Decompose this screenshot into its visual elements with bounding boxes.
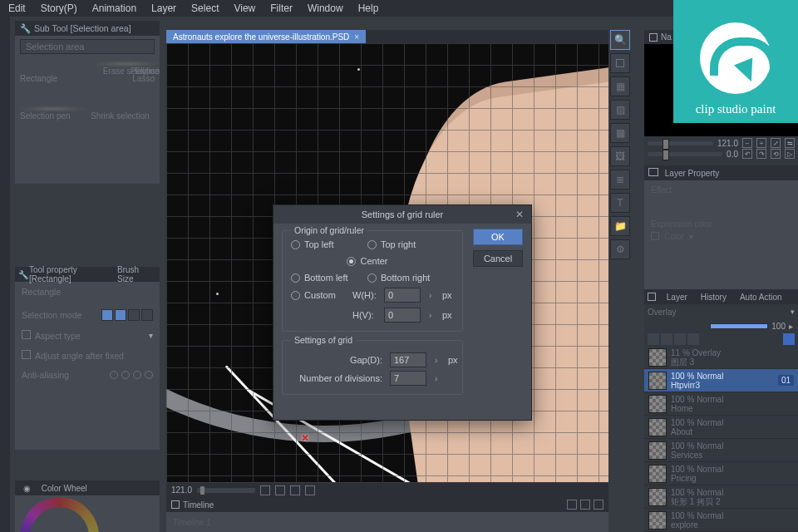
document-tab-close-icon[interactable]: × — [354, 32, 359, 42]
dock-gallery-icon[interactable]: 🖼 — [610, 146, 630, 166]
origin-bottom-left[interactable]: Bottom left — [291, 273, 367, 283]
color-wheel[interactable] — [20, 497, 99, 532]
dock-text-icon[interactable]: T — [610, 193, 630, 213]
zoom-fit-icon[interactable] — [260, 485, 270, 495]
mirror-icon[interactable]: ▷ — [785, 149, 795, 159]
dock-select-icon[interactable] — [610, 53, 630, 73]
chevron-down-icon[interactable]: ▾ — [689, 232, 693, 241]
selection-mode-chips[interactable] — [101, 309, 153, 321]
dock-settings-icon[interactable]: ⚙ — [610, 239, 630, 259]
zoom-icon[interactable] — [290, 485, 300, 495]
navigator-rotate-slider[interactable] — [648, 152, 722, 156]
timeline-title[interactable]: Timeline — [183, 500, 214, 510]
dock-folder-icon[interactable]: 📁 — [610, 216, 630, 236]
menu-layer[interactable]: Layer — [146, 2, 181, 14]
tool-selection-pen[interactable]: Selection pen — [20, 96, 86, 121]
tool-shrink-selection[interactable]: Shrink selection — [91, 96, 155, 121]
adjust-angle-checkbox[interactable] — [22, 350, 31, 359]
wh-spinner-icon[interactable]: › — [429, 291, 439, 300]
zoom-fit-icon[interactable]: ⤢ — [771, 138, 781, 148]
layer-action-icon[interactable] — [674, 333, 686, 345]
expression-color-value[interactable]: Color — [664, 232, 684, 241]
menu-filter[interactable]: Filter — [265, 2, 298, 14]
timeline-prev-icon[interactable] — [567, 500, 577, 510]
wh-label: W(H): — [352, 290, 381, 300]
navigator-controls: 121.0 − + ⤢ ⇋ 0.0 ↶ ↷ ⟲ ▷ — [644, 136, 798, 165]
timeline-track-label[interactable]: Timeline 1 — [173, 518, 211, 527]
origin-bottom-right[interactable]: Bottom right — [367, 273, 444, 283]
layer-row[interactable]: 100 % NormalHome — [644, 392, 798, 416]
rotate-cw-icon[interactable]: ↷ — [756, 149, 766, 159]
layer-list[interactable]: 11 % Overlay图层 3100 % NormalHtpvirr30110… — [644, 346, 798, 532]
dialog-close-icon[interactable]: ✕ — [513, 208, 526, 221]
zoom-100-icon[interactable] — [275, 485, 285, 495]
menu-edit[interactable]: Edit — [3, 2, 31, 14]
flip-icon[interactable]: ⇋ — [785, 138, 795, 148]
layer-row[interactable]: 100 % NormalAbout — [644, 416, 798, 439]
canvas-zoom-slider[interactable] — [197, 488, 255, 493]
cancel-button[interactable]: Cancel — [473, 250, 523, 267]
opacity-spinner-icon[interactable]: ▸ — [789, 322, 793, 331]
layer-row[interactable]: 11 % Overlay图层 3 — [644, 346, 798, 369]
layer-tab[interactable]: Layer — [644, 293, 694, 302]
dock-deselect-icon[interactable]: ▨ — [610, 100, 630, 120]
layer-row[interactable]: 100 % NormalServices — [644, 439, 798, 462]
history-tab[interactable]: History — [694, 293, 733, 302]
brush-size-tab[interactable]: Brush Size — [114, 267, 160, 282]
tool-property-tab[interactable]: 🔧Tool property [Rectangle] — [15, 267, 114, 282]
menu-view[interactable]: View — [229, 2, 260, 14]
dock-layers-icon[interactable]: ≣ — [610, 170, 630, 190]
subtool-title[interactable]: 🔧 Sub Tool [Selection area] — [15, 21, 160, 36]
hv-spinner-icon[interactable]: › — [429, 311, 439, 320]
chevron-down-icon[interactable]: ▾ — [791, 308, 795, 316]
divisions-input[interactable]: 7 — [390, 371, 426, 386]
rotate-ccw-icon[interactable]: ↶ — [742, 149, 752, 159]
menu-animation[interactable]: Animation — [87, 2, 141, 14]
dock-mask-icon[interactable]: ▩ — [610, 123, 630, 143]
wh-input[interactable]: 0 — [384, 288, 421, 303]
zoom-in-icon[interactable]: + — [756, 138, 766, 148]
layer-row[interactable]: 100 % Normalexplore — [644, 509, 798, 532]
layer-row[interactable]: 100 % Normal矩形 1 拷贝 2 — [644, 485, 798, 509]
antialiasing-options[interactable] — [110, 371, 153, 379]
tool-erase-selection[interactable]: Erase selection — [6, 51, 160, 76]
layer-row[interactable]: 100 % NormalHtpvirr301 — [644, 369, 798, 392]
navigator-zoom-slider[interactable] — [648, 141, 713, 145]
origin-top-left[interactable]: Top left — [291, 239, 367, 249]
gap-input[interactable]: 167 — [390, 352, 426, 367]
origin-center[interactable]: Center — [347, 256, 387, 266]
layer-action-icon[interactable] — [661, 333, 672, 345]
layer-blend-text: 100 % Normal — [671, 395, 723, 404]
layer-color-tag[interactable] — [783, 333, 795, 345]
color-wheel-tab[interactable]: ◉ Color Wheel — [15, 480, 96, 495]
gap-spinner-icon[interactable]: › — [435, 356, 445, 365]
layer-row[interactable]: 100 % NormalPricing — [644, 462, 798, 485]
dock-invert-icon[interactable]: ▦ — [610, 76, 630, 96]
antialiasing-label: Anti-aliasing — [22, 370, 69, 380]
menu-story[interactable]: Story(P) — [36, 2, 82, 14]
timeline-next-icon[interactable] — [594, 500, 603, 510]
menu-help[interactable]: Help — [353, 2, 384, 14]
rotate-reset-icon[interactable]: ⟲ — [771, 149, 781, 159]
document-tab[interactable]: Astronauts explore the universe-illustra… — [166, 30, 366, 43]
origin-top-right[interactable]: Top right — [367, 239, 444, 249]
zoom-icon[interactable] — [305, 485, 315, 495]
layer-opacity-slider[interactable] — [710, 323, 768, 329]
layer-property-tab[interactable]: Layer Property — [644, 168, 727, 178]
auto-action-tab[interactable]: Auto Action — [733, 293, 789, 302]
layer-action-icon[interactable] — [648, 333, 659, 345]
origin-custom[interactable]: Custom — [291, 290, 349, 300]
layer-action-icon[interactable] — [687, 333, 699, 345]
zoom-out-icon[interactable]: − — [742, 138, 752, 148]
aspect-checkbox[interactable] — [22, 330, 31, 339]
aspect-expand-icon[interactable]: ▾ — [149, 331, 153, 340]
ok-button[interactable]: OK — [473, 229, 523, 245]
menu-select[interactable]: Select — [186, 2, 224, 14]
dock-search-icon[interactable]: 🔍 — [610, 30, 630, 50]
divisions-spinner-icon[interactable]: › — [435, 374, 445, 383]
dialog-titlebar[interactable]: Settings of grid ruler ✕ — [273, 205, 531, 224]
timeline-play-icon[interactable] — [580, 500, 590, 510]
menu-window[interactable]: Window — [303, 2, 348, 14]
hv-input[interactable]: 0 — [384, 308, 421, 323]
blend-mode[interactable]: Overlay — [648, 308, 789, 317]
